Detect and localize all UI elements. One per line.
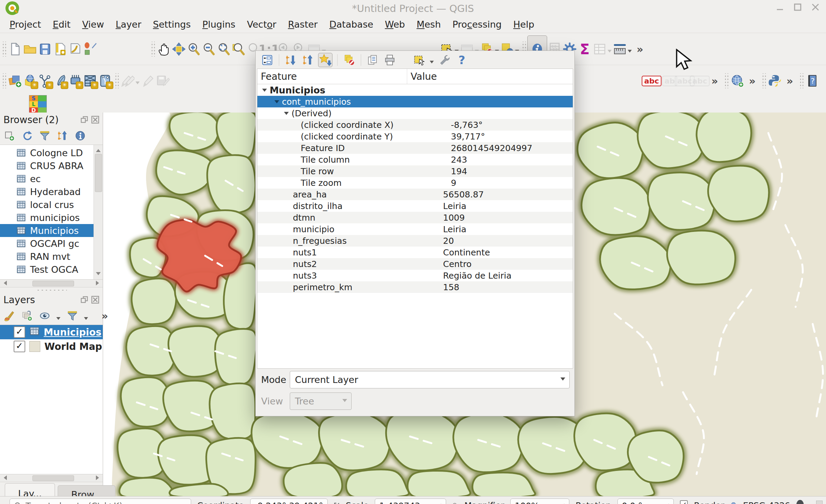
scroll-right-button[interactable]: [96, 281, 101, 285]
browser-item[interactable]: Municipios: [0, 224, 94, 237]
label-toolbar-overflow-button[interactable]: »: [707, 73, 722, 88]
save-edits-button[interactable]: [155, 73, 170, 88]
layers-float-button[interactable]: [80, 296, 88, 304]
open-project-button[interactable]: [23, 42, 38, 57]
map-themes-button[interactable]: [20, 309, 33, 322]
toolbar-grip[interactable]: [761, 73, 766, 88]
add-gps-layer-button[interactable]: [53, 73, 68, 88]
mode-combobox[interactable]: Current Layer: [290, 371, 570, 388]
browser-item[interactable]: OGCAPI gc: [0, 237, 94, 250]
add-raster-layer-button[interactable]: [83, 73, 98, 88]
identify-result-row[interactable]: Municipios: [257, 84, 573, 96]
layers-horizontal-scrollbar[interactable]: [0, 474, 103, 482]
identify-result-row[interactable]: municipio Leiria: [257, 223, 573, 235]
expand-arrow-icon[interactable]: [284, 112, 289, 117]
browser-item[interactable]: Hyderabad: [0, 185, 94, 198]
pan-map-button[interactable]: [156, 42, 171, 57]
browser-item[interactable]: Test OGCA: [0, 263, 94, 276]
identify-result-row[interactable]: area_ha 56508.87: [257, 189, 573, 200]
identify-result-row[interactable]: perimetro_km 158: [257, 281, 573, 293]
feature-column-header[interactable]: Feature: [257, 69, 407, 84]
messages-button[interactable]: [796, 500, 804, 504]
layers-toolbar-overflow-button[interactable]: »: [98, 309, 111, 322]
identify-result-row[interactable]: Tile column 243: [257, 154, 573, 165]
menu-database[interactable]: Database: [329, 19, 373, 30]
zoom-to-layer-button[interactable]: [231, 42, 246, 57]
show-layout-manager-button[interactable]: [68, 42, 83, 57]
browser-filter-button[interactable]: [38, 129, 51, 142]
rotation-spinbox[interactable]: 0,0 °: [617, 499, 674, 504]
scroll-right-button[interactable]: [96, 475, 101, 480]
measure-caret[interactable]: [628, 50, 632, 55]
attribute-table-button[interactable]: [592, 42, 607, 57]
identify-expand-new-results-button[interactable]: [318, 53, 332, 67]
data-source-manager-button[interactable]: [8, 73, 23, 88]
add-delimited-layer-button[interactable]: [38, 73, 53, 88]
menu-settings[interactable]: Settings: [153, 19, 191, 30]
add-vector-tile-layer-button[interactable]: [98, 73, 113, 88]
toolbar-grip[interactable]: [1, 73, 6, 88]
browser-item[interactable]: Cologne LD: [0, 146, 94, 159]
coordinate-input[interactable]: -9,243°,39,421°: [250, 499, 328, 504]
new-layout-button[interactable]: [53, 42, 68, 57]
minimize-button[interactable]: [775, 3, 784, 12]
browser-item[interactable]: local crus: [0, 198, 94, 211]
menu-vector[interactable]: Vector: [247, 19, 276, 30]
menu-view[interactable]: View: [82, 19, 104, 30]
toolbar-grip[interactable]: [799, 73, 803, 88]
identify-result-row[interactable]: n_freguesias 20: [257, 235, 573, 247]
maximize-button[interactable]: [793, 3, 802, 12]
zoom-full-button[interactable]: [216, 42, 231, 57]
browser-float-button[interactable]: [80, 116, 88, 124]
pan-to-selection-button[interactable]: [171, 42, 186, 57]
add-mesh-layer-button[interactable]: [68, 73, 83, 88]
layer-item[interactable]: ✓ World Map: [0, 339, 103, 354]
render-checkbox[interactable]: ✓: [680, 500, 688, 504]
current-edits-caret[interactable]: [136, 81, 140, 86]
identify-collapse-tree-button[interactable]: [301, 53, 315, 67]
show-statistics-button[interactable]: Σ: [577, 42, 592, 57]
close-button[interactable]: [811, 3, 820, 12]
identify-result-row[interactable]: nuts3 Região de Leiria: [257, 270, 573, 281]
browser-properties-button[interactable]: [74, 129, 87, 142]
browser-item[interactable]: RAN mvt: [0, 250, 94, 263]
add-vector-layer-button[interactable]: [23, 73, 38, 88]
scroll-left-button[interactable]: [1, 281, 7, 285]
browser-item[interactable]: municipios: [0, 211, 94, 224]
toggle-visibility-button[interactable]: [38, 309, 51, 322]
plugin-toolbar-overflow-button[interactable]: »: [782, 73, 797, 88]
scroll-thumb[interactable]: [32, 281, 74, 286]
crs-indicator[interactable]: EPSG:4326: [743, 499, 790, 504]
menu-processing[interactable]: Processing: [453, 19, 502, 30]
layer-visibility-checkbox[interactable]: ✓: [14, 326, 25, 338]
python-console-button[interactable]: [767, 73, 782, 88]
identify-result-row[interactable]: distrito_ilha Leiria: [257, 200, 573, 212]
menu-edit[interactable]: Edit: [53, 19, 70, 30]
browser-horizontal-scrollbar[interactable]: [0, 280, 103, 287]
identify-result-row[interactable]: nuts2 Centro: [257, 258, 573, 270]
identify-result-row[interactable]: nuts1 Continente: [257, 247, 573, 258]
identify-help-button[interactable]: ?: [455, 53, 469, 67]
identify-mode-caret[interactable]: [430, 61, 434, 65]
web-toolbar-overflow-button[interactable]: »: [745, 73, 760, 88]
identify-result-row[interactable]: (Derived): [257, 107, 573, 119]
style-manager-button[interactable]: [83, 42, 98, 57]
metasearch-button[interactable]: [730, 73, 745, 88]
view-combobox[interactable]: Tree: [290, 392, 352, 410]
identify-mode-button[interactable]: [412, 53, 426, 67]
scroll-down-button[interactable]: [94, 271, 102, 279]
scroll-up-button[interactable]: [94, 145, 102, 153]
sld4raster-plugin-button[interactable]: S L D: [29, 95, 47, 114]
locate-search-input[interactable]: Type to locate (Ctrl+K): [10, 499, 191, 504]
browser-item[interactable]: CRUS ABRA: [0, 159, 94, 172]
identify-result-row[interactable]: (clicked coordinate X) -8,763°: [257, 119, 573, 131]
toolbar-overflow-button[interactable]: »: [632, 42, 647, 57]
menu-web[interactable]: Web: [385, 19, 405, 30]
menu-mesh[interactable]: Mesh: [416, 19, 441, 30]
toolbar-grip[interactable]: [114, 73, 119, 88]
scale-combobox[interactable]: 1:439743: [375, 499, 446, 504]
identify-result-row[interactable]: Feature ID 268014549204997: [257, 142, 573, 154]
filter-legend-caret[interactable]: [84, 317, 88, 322]
menu-plugins[interactable]: Plugins: [202, 19, 236, 30]
help-contents-button[interactable]: [805, 73, 820, 88]
